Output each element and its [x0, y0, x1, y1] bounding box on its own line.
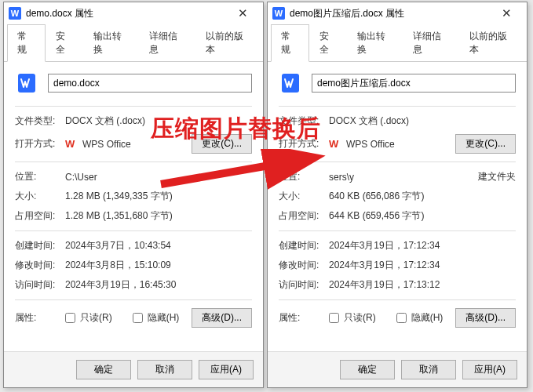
filetype-label: 文件类型: — [279, 114, 329, 128]
attributes-value: 只读(R) 隐藏(H) — [65, 311, 192, 325]
size-label: 大小: — [15, 190, 65, 203]
document-icon — [279, 71, 302, 95]
sizeondisk-value: 644 KB (659,456 字节) — [329, 209, 516, 223]
tab-previous[interactable]: 以前的版本 — [195, 24, 260, 62]
document-icon — [15, 71, 38, 95]
tab-general[interactable]: 常规 — [271, 24, 309, 62]
filename-input[interactable] — [312, 74, 516, 93]
hidden-checkbox-label[interactable]: 隐藏(H) — [133, 311, 180, 325]
openwith-label: 打开方式: — [15, 137, 65, 151]
modified-label: 修改时间: — [279, 259, 329, 272]
attributes-value: 只读(R) 隐藏(H) — [329, 311, 455, 325]
accessed-value: 2024年3月19日，17:13:12 — [329, 278, 516, 292]
dialog-buttons: 确定 取消 应用(A) — [268, 351, 527, 387]
titlebar: W demo.docx 属性 ✕ — [4, 2, 263, 24]
readonly-checkbox-label[interactable]: 只读(R) — [65, 311, 112, 325]
location-value: C:\User — [65, 172, 252, 183]
openwith-value: W WPS Office — [329, 138, 455, 151]
attributes-label: 属性: — [279, 311, 329, 325]
filetype-value: DOCX 文档 (.docx) — [65, 114, 252, 128]
properties-dialog-left: W demo.docx 属性 ✕ 常规 安全 输出转换 详细信息 以前的版本 文… — [3, 2, 264, 388]
tab-detail[interactable]: 详细信息 — [139, 24, 195, 62]
tab-output[interactable]: 输出转换 — [347, 24, 403, 62]
window-title: demo图片压缩后.docx 属性 — [290, 7, 491, 20]
hidden-checkbox[interactable] — [396, 313, 407, 323]
apply-button[interactable]: 应用(A) — [199, 360, 254, 379]
tabs: 常规 安全 输出转换 详细信息 以前的版本 — [4, 24, 263, 62]
svg-text:W: W — [275, 9, 283, 18]
tab-detail[interactable]: 详细信息 — [403, 24, 458, 62]
dialog-buttons: 确定 取消 应用(A) — [4, 351, 263, 387]
svg-text:W: W — [11, 9, 20, 18]
accessed-label: 访问时间: — [15, 278, 65, 292]
cancel-button[interactable]: 取消 — [137, 360, 192, 379]
accessed-label: 访问时间: — [279, 278, 329, 292]
filetype-label: 文件类型: — [15, 114, 65, 128]
close-button[interactable]: ✕ — [227, 6, 258, 20]
word-icon: W — [272, 7, 285, 20]
openwith-value: W WPS Office — [65, 138, 192, 151]
location-label: 位置: — [279, 170, 329, 183]
properties-dialog-right: W demo图片压缩后.docx 属性 ✕ 常规 安全 输出转换 详细信息 以前… — [267, 2, 528, 388]
created-value: 2024年3月19日，17:12:34 — [329, 239, 516, 252]
sizeondisk-label: 占用空间: — [15, 209, 65, 223]
modified-value: 2024年3月8日，15:10:09 — [65, 259, 252, 272]
location-value: sers\y建文件夹 — [329, 170, 516, 183]
ok-button[interactable]: 确定 — [76, 360, 131, 379]
svg-rect-5 — [282, 74, 299, 93]
location-label: 位置: — [15, 170, 65, 183]
close-button[interactable]: ✕ — [491, 6, 522, 20]
advanced-button[interactable]: 高级(D)... — [192, 308, 252, 328]
openwith-label: 打开方式: — [279, 137, 329, 151]
readonly-checkbox[interactable] — [329, 313, 339, 323]
advanced-button[interactable]: 高级(D)... — [455, 308, 516, 328]
change-button[interactable]: 更改(C)... — [455, 134, 516, 154]
wps-icon: W — [65, 138, 78, 151]
readonly-checkbox[interactable] — [65, 313, 75, 323]
created-label: 创建时间: — [15, 239, 65, 252]
filename-input[interactable] — [48, 74, 252, 93]
attributes-label: 属性: — [15, 311, 65, 325]
change-button[interactable]: 更改(C)... — [192, 134, 252, 154]
word-icon: W — [9, 7, 21, 20]
tab-previous[interactable]: 以前的版本 — [459, 24, 524, 62]
created-value: 2024年3月7日，10:43:54 — [65, 239, 252, 252]
content-pane: 文件类型:DOCX 文档 (.docx) 打开方式: W WPS Office … — [268, 62, 527, 351]
sizeondisk-label: 占用空间: — [279, 209, 329, 223]
created-label: 创建时间: — [279, 239, 329, 252]
modified-label: 修改时间: — [15, 259, 65, 272]
ok-button[interactable]: 确定 — [340, 360, 395, 379]
titlebar: W demo图片压缩后.docx 属性 ✕ — [268, 2, 527, 24]
content-pane: 文件类型:DOCX 文档 (.docx) 打开方式: W WPS Office … — [4, 62, 263, 351]
wps-icon: W — [329, 138, 341, 151]
filetype-value: DOCX 文档 (.docx) — [329, 114, 516, 128]
accessed-value: 2024年3月19日，16:45:30 — [65, 278, 252, 292]
apply-button[interactable]: 应用(A) — [462, 360, 517, 379]
size-label: 大小: — [279, 190, 329, 203]
size-value: 640 KB (656,086 字节) — [329, 190, 516, 203]
modified-value: 2024年3月19日，17:12:34 — [329, 259, 516, 272]
tab-output[interactable]: 输出转换 — [83, 24, 139, 62]
size-value: 1.28 MB (1,349,335 字节) — [65, 190, 252, 203]
hidden-checkbox[interactable] — [133, 313, 143, 323]
cancel-button[interactable]: 取消 — [401, 360, 456, 379]
readonly-checkbox-label[interactable]: 只读(R) — [329, 311, 376, 325]
tabs: 常规 安全 输出转换 详细信息 以前的版本 — [268, 24, 527, 62]
tab-general[interactable]: 常规 — [7, 24, 46, 62]
tab-security[interactable]: 安全 — [309, 24, 348, 62]
window-title: demo.docx 属性 — [26, 7, 227, 20]
hidden-checkbox-label[interactable]: 隐藏(H) — [396, 311, 444, 325]
sizeondisk-value: 1.28 MB (1,351,680 字节) — [65, 209, 252, 223]
svg-rect-2 — [18, 74, 35, 93]
tab-security[interactable]: 安全 — [46, 24, 84, 62]
